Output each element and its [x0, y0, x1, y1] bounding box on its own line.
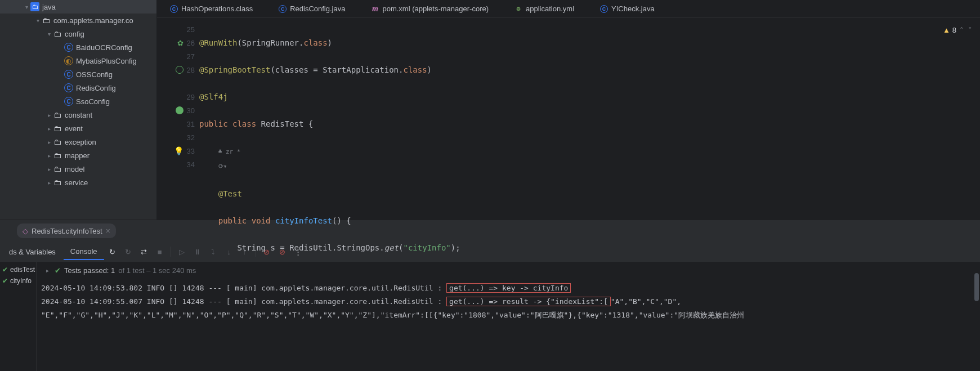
- file-label: SsoConfig: [76, 97, 110, 106]
- tree-item-folder[interactable]: exception: [0, 135, 156, 149]
- leaf-icon[interactable]: ✿: [176, 39, 184, 47]
- tab-label: pom.xml (applets-manager-core): [382, 5, 489, 13]
- folder-icon: [53, 178, 62, 187]
- folder-icon: [53, 124, 62, 133]
- tab-yicheck[interactable]: C YICheck.java: [596, 0, 659, 17]
- console-output[interactable]: 2024-05-10 14:09:53.802 INFO [] 14248 --…: [37, 279, 980, 371]
- editor-area: C HashOperations.class C RedisConfig.jav…: [157, 0, 980, 220]
- folder-icon: [42, 16, 51, 25]
- tree-item-config[interactable]: config: [0, 27, 156, 41]
- line-num: 33: [187, 147, 195, 155]
- scrollbar[interactable]: [973, 262, 980, 371]
- test-node[interactable]: ✔ cityInfo: [0, 275, 36, 287]
- chevron-right-icon: [45, 126, 53, 132]
- folder-icon: [53, 151, 62, 160]
- chevron-down-icon: [23, 4, 30, 10]
- section-variables[interactable]: ds & Variables: [2, 244, 62, 260]
- bulb-icon[interactable]: 💡: [174, 146, 184, 155]
- tree-item-file[interactable]: ◐ MybatisPlusConfig: [0, 54, 156, 68]
- folder-label: mapper: [65, 151, 90, 160]
- folder-label: config: [65, 30, 84, 38]
- chevron-right-icon: [45, 153, 53, 159]
- toggle-auto-icon[interactable]: ⇄: [137, 244, 151, 259]
- tree-item-folder[interactable]: model: [0, 162, 156, 176]
- check-icon: ✔: [55, 266, 61, 275]
- class-icon: [64, 43, 73, 52]
- close-icon[interactable]: ×: [106, 226, 110, 235]
- project-sidebar: 🗀 java com.applets.manager.co config Bai…: [0, 0, 157, 220]
- file-label: RedisConfig: [76, 84, 116, 92]
- tab-yml[interactable]: ⚙ application.yml: [510, 0, 579, 17]
- line-num: 27: [187, 52, 195, 61]
- line-num: 29: [187, 93, 195, 101]
- folder-icon: 🗀: [30, 2, 39, 11]
- chevron-down-icon: [45, 31, 53, 37]
- tree-item-file[interactable]: SsoConfig: [0, 95, 156, 108]
- folder-icon: [53, 110, 62, 119]
- tree-item-package[interactable]: com.applets.manager.co: [0, 14, 156, 27]
- package-label: com.applets.manager.co: [53, 16, 133, 25]
- folder-icon: [53, 164, 62, 173]
- scroll-thumb[interactable]: [974, 273, 979, 301]
- chevron-right-icon: [45, 180, 53, 186]
- file-label: BaiduOCRConfig: [76, 43, 132, 52]
- line-num: 25: [187, 25, 195, 34]
- tab-label: RedisConfig.java: [290, 5, 345, 13]
- bottom-body: ✔ edisTest ✔ cityInfo ✔ Tests passed: 1 …: [0, 262, 980, 371]
- tree-item-folder[interactable]: service: [0, 176, 156, 189]
- tree-item-file[interactable]: BaiduOCRConfig: [0, 41, 156, 54]
- tab-label: HashOperations.class: [181, 5, 253, 13]
- class-icon: C: [170, 5, 178, 13]
- author-hint: ♣ zr *: [218, 148, 241, 155]
- tree-item-file[interactable]: RedisConfig: [0, 81, 156, 95]
- tab-redisconfig[interactable]: C RedisConfig.java: [274, 0, 350, 17]
- folder-label: java: [42, 3, 56, 11]
- file-label: OSSConfig: [76, 70, 113, 79]
- run-class-icon[interactable]: [176, 66, 184, 74]
- tree-item-folder[interactable]: constant: [0, 108, 156, 122]
- folder-label: event: [65, 124, 83, 133]
- tab-label: YICheck.java: [611, 5, 655, 13]
- tree-item-folder[interactable]: mapper: [0, 149, 156, 162]
- log-line: 2024-05-10 14:09:55.007 INFO [] 14248 --…: [41, 297, 446, 306]
- section-console[interactable]: Console: [64, 244, 104, 260]
- chevron-right-icon: [45, 112, 53, 118]
- log-line: "A","B","C","D",: [611, 297, 681, 306]
- test-label: cityInfo: [10, 277, 32, 285]
- tree-item-folder[interactable]: event: [0, 122, 156, 135]
- run-config-tab[interactable]: ◇ RedisTest.cityInfoTest ×: [17, 224, 116, 238]
- passed-detail: of 1 test – 1 sec 240 ms: [118, 266, 196, 275]
- test-icon: ◇: [23, 227, 28, 235]
- folder-label: exception: [65, 138, 96, 146]
- chevron-right-icon[interactable]: [43, 267, 51, 274]
- tree-item-java[interactable]: 🗀 java: [0, 0, 156, 14]
- chevron-right-icon: [45, 166, 53, 172]
- rerun-icon[interactable]: ↻: [105, 244, 120, 259]
- folder-label: constant: [65, 111, 92, 119]
- test-summary: ✔ Tests passed: 1 of 1 test – 1 sec 240 …: [37, 262, 980, 279]
- folder-label: model: [65, 165, 84, 173]
- yml-icon: ⚙: [514, 5, 522, 13]
- class-icon: [64, 83, 73, 92]
- line-num: 28: [187, 66, 195, 74]
- test-node[interactable]: ✔ edisTest: [0, 264, 36, 275]
- file-label: MybatisPlusConfig: [76, 57, 137, 65]
- main-area: 🗀 java com.applets.manager.co config Bai…: [0, 0, 980, 220]
- tab-label: application.yml: [526, 5, 574, 13]
- log-line: "E","F","G","H","J","K","L","M","N","O",…: [41, 309, 975, 322]
- log-highlight: get(...) => result -> {"indexList":[: [446, 297, 611, 306]
- log-highlight: get(...) => key -> cityInfo: [446, 283, 571, 293]
- rerun-failed-icon[interactable]: ↻: [121, 244, 136, 259]
- maven-icon: m: [371, 5, 379, 13]
- run-test-icon[interactable]: [176, 106, 184, 114]
- editor-tabs: C HashOperations.class C RedisConfig.jav…: [157, 0, 980, 18]
- test-label: edisTest: [10, 266, 35, 274]
- chevron-down-icon: [34, 17, 42, 24]
- tree-item-file[interactable]: OSSConfig: [0, 68, 156, 81]
- line-num: 26: [187, 39, 195, 47]
- class-icon: [64, 97, 73, 106]
- class-icon: [64, 70, 73, 79]
- tab-pom[interactable]: m pom.xml (applets-manager-core): [366, 0, 493, 17]
- log-line: 2024-05-10 14:09:53.802 INFO [] 14248 --…: [41, 284, 446, 292]
- tab-hashoperations[interactable]: C HashOperations.class: [165, 0, 257, 17]
